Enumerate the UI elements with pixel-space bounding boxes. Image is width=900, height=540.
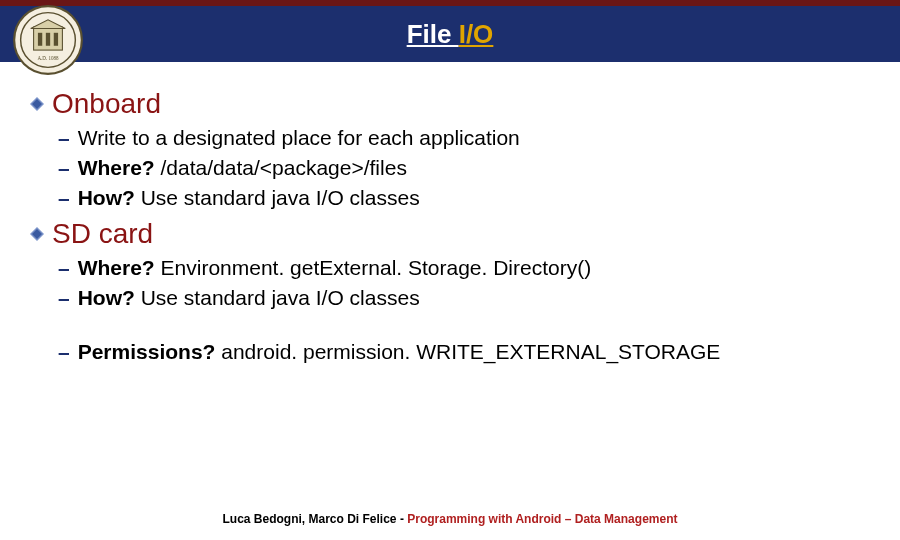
slide: A.D. 1088 File I/O Onboard – Write to a … — [0, 0, 900, 540]
bullet-diamond-icon — [30, 97, 44, 111]
bullet-text: Environment. getExternal. Storage. Direc… — [161, 256, 592, 279]
svg-rect-5 — [54, 33, 58, 46]
section-heading-text: SD card — [52, 218, 153, 250]
dash-icon: – — [58, 286, 70, 310]
bullet-item: – Permissions? android. permission. WRIT… — [58, 340, 870, 364]
spacer — [30, 316, 870, 334]
bullet-bold: How? — [78, 286, 141, 309]
bullet-item: – Where? Environment. getExternal. Stora… — [58, 256, 870, 280]
bullet-text: Use standard java I/O classes — [141, 186, 420, 209]
dash-icon: – — [58, 156, 70, 180]
bullet-item: – How? Use standard java I/O classes — [58, 286, 870, 310]
bullet-item: – How? Use standard java I/O classes — [58, 186, 870, 210]
bullet-item: – Where? /data/data/<package>/files — [58, 156, 870, 180]
section-heading-onboard: Onboard — [30, 88, 870, 120]
dash-icon: – — [58, 340, 70, 364]
svg-text:A.D. 1088: A.D. 1088 — [37, 56, 59, 61]
bullet-text: Use standard java I/O classes — [141, 286, 420, 309]
dash-icon: – — [58, 256, 70, 280]
slide-title: File I/O — [407, 19, 494, 50]
svg-rect-4 — [46, 33, 50, 46]
svg-rect-3 — [38, 33, 42, 46]
bullet-bold: Where? — [78, 256, 161, 279]
content-area: Onboard – Write to a designated place fo… — [30, 80, 870, 370]
university-seal-icon: A.D. 1088 — [12, 4, 84, 76]
title-bar: File I/O — [0, 0, 900, 62]
bullet-item: – Write to a designated place for each a… — [58, 126, 870, 150]
bullet-text: /data/data/<package>/files — [161, 156, 407, 179]
bullet-diamond-icon — [30, 227, 44, 241]
bullet-text: Write to a designated place for each app… — [78, 126, 520, 149]
bullet-text: android. permission. WRITE_EXTERNAL_STOR… — [221, 340, 720, 363]
bullet-bold: Where? — [78, 156, 161, 179]
title-accent: I/O — [459, 19, 494, 49]
bullet-bold: How? — [78, 186, 141, 209]
footer-course: Programming with Android – Data Manageme… — [407, 512, 677, 526]
section-heading-sdcard: SD card — [30, 218, 870, 250]
footer-authors: Luca Bedogni, Marco Di Felice — [223, 512, 400, 526]
footer: Luca Bedogni, Marco Di Felice - Programm… — [0, 512, 900, 526]
dash-icon: – — [58, 186, 70, 210]
title-pre: File — [407, 19, 459, 49]
dash-icon: – — [58, 126, 70, 150]
section-heading-text: Onboard — [52, 88, 161, 120]
bullet-bold: Permissions? — [78, 340, 222, 363]
